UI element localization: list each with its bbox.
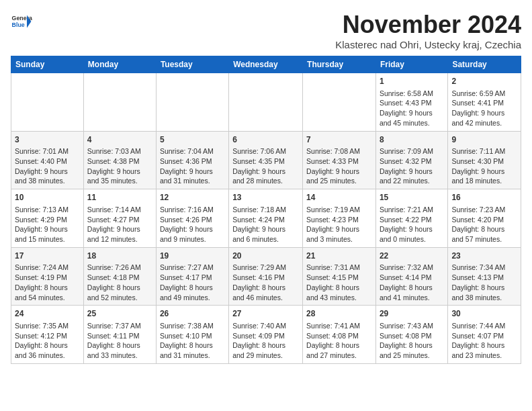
day-info: Sunrise: 7:26 AM Sunset: 4:18 PM Dayligh… xyxy=(87,263,152,302)
day-cell xyxy=(303,73,376,132)
day-number: 10 xyxy=(15,192,80,203)
day-cell: 28Sunrise: 7:41 AM Sunset: 4:08 PM Dayli… xyxy=(303,306,376,364)
day-cell: 19Sunrise: 7:27 AM Sunset: 4:17 PM Dayli… xyxy=(156,247,228,306)
day-number: 18 xyxy=(87,250,152,262)
header: General Blue November 2024 Klasterec nad… xyxy=(11,11,521,50)
day-info: Sunrise: 7:35 AM Sunset: 4:12 PM Dayligh… xyxy=(15,321,80,361)
day-number: 27 xyxy=(232,308,299,320)
day-info: Sunrise: 7:44 AM Sunset: 4:07 PM Dayligh… xyxy=(451,321,517,361)
calendar: SundayMondayTuesdayWednesdayThursdayFrid… xyxy=(11,56,521,364)
day-cell: 16Sunrise: 7:23 AM Sunset: 4:20 PM Dayli… xyxy=(448,189,521,248)
week-row-3: 10Sunrise: 7:13 AM Sunset: 4:29 PM Dayli… xyxy=(11,189,521,248)
day-cell xyxy=(156,73,228,132)
weekday-header-friday: Friday xyxy=(375,56,447,73)
weekday-header-monday: Monday xyxy=(83,56,156,73)
day-cell: 13Sunrise: 7:18 AM Sunset: 4:24 PM Dayli… xyxy=(229,189,303,248)
day-cell: 10Sunrise: 7:13 AM Sunset: 4:29 PM Dayli… xyxy=(11,189,84,248)
day-info: Sunrise: 7:06 AM Sunset: 4:35 PM Dayligh… xyxy=(232,146,299,186)
day-cell: 23Sunrise: 7:34 AM Sunset: 4:13 PM Dayli… xyxy=(448,247,521,306)
day-info: Sunrise: 7:11 AM Sunset: 4:30 PM Dayligh… xyxy=(451,146,517,186)
day-cell: 7Sunrise: 7:08 AM Sunset: 4:33 PM Daylig… xyxy=(303,131,376,189)
day-number: 26 xyxy=(160,308,225,320)
day-info: Sunrise: 6:58 AM Sunset: 4:43 PM Dayligh… xyxy=(380,89,444,128)
day-cell: 21Sunrise: 7:31 AM Sunset: 4:15 PM Dayli… xyxy=(303,247,376,306)
day-info: Sunrise: 7:24 AM Sunset: 4:19 PM Dayligh… xyxy=(15,263,80,302)
day-number: 30 xyxy=(451,308,517,320)
week-row-4: 17Sunrise: 7:24 AM Sunset: 4:19 PM Dayli… xyxy=(11,247,521,306)
svg-text:Blue: Blue xyxy=(12,21,25,28)
day-cell: 15Sunrise: 7:21 AM Sunset: 4:22 PM Dayli… xyxy=(375,189,447,248)
day-cell: 25Sunrise: 7:37 AM Sunset: 4:11 PM Dayli… xyxy=(83,306,156,364)
day-number: 20 xyxy=(232,250,299,262)
day-number: 5 xyxy=(160,134,225,146)
day-cell: 8Sunrise: 7:09 AM Sunset: 4:32 PM Daylig… xyxy=(375,131,447,189)
day-info: Sunrise: 7:38 AM Sunset: 4:10 PM Dayligh… xyxy=(160,321,225,361)
day-info: Sunrise: 7:04 AM Sunset: 4:36 PM Dayligh… xyxy=(160,146,225,186)
day-cell: 22Sunrise: 7:32 AM Sunset: 4:14 PM Dayli… xyxy=(375,247,447,306)
day-number: 28 xyxy=(306,308,372,320)
day-cell: 11Sunrise: 7:14 AM Sunset: 4:27 PM Dayli… xyxy=(83,189,156,248)
day-number: 14 xyxy=(306,192,372,203)
title-block: November 2024 Klasterec nad Ohri, Usteck… xyxy=(335,11,521,50)
day-info: Sunrise: 7:19 AM Sunset: 4:23 PM Dayligh… xyxy=(306,205,372,244)
day-info: Sunrise: 7:37 AM Sunset: 4:11 PM Dayligh… xyxy=(87,321,152,361)
weekday-header-row: SundayMondayTuesdayWednesdayThursdayFrid… xyxy=(11,56,521,73)
day-cell: 9Sunrise: 7:11 AM Sunset: 4:30 PM Daylig… xyxy=(448,131,521,189)
day-info: Sunrise: 7:41 AM Sunset: 4:08 PM Dayligh… xyxy=(306,321,372,361)
weekday-header-tuesday: Tuesday xyxy=(156,56,228,73)
day-cell: 14Sunrise: 7:19 AM Sunset: 4:23 PM Dayli… xyxy=(303,189,376,248)
day-number: 12 xyxy=(160,192,225,203)
day-number: 1 xyxy=(380,76,444,87)
day-cell: 30Sunrise: 7:44 AM Sunset: 4:07 PM Dayli… xyxy=(448,306,521,364)
day-info: Sunrise: 7:27 AM Sunset: 4:17 PM Dayligh… xyxy=(160,263,225,302)
week-row-5: 24Sunrise: 7:35 AM Sunset: 4:12 PM Dayli… xyxy=(11,306,521,364)
day-info: Sunrise: 6:59 AM Sunset: 4:41 PM Dayligh… xyxy=(451,89,517,128)
day-info: Sunrise: 7:40 AM Sunset: 4:09 PM Dayligh… xyxy=(232,321,299,361)
day-number: 15 xyxy=(380,192,444,203)
day-info: Sunrise: 7:29 AM Sunset: 4:16 PM Dayligh… xyxy=(232,263,299,302)
logo: General Blue xyxy=(11,11,32,32)
week-row-2: 3Sunrise: 7:01 AM Sunset: 4:40 PM Daylig… xyxy=(11,131,521,189)
day-cell: 18Sunrise: 7:26 AM Sunset: 4:18 PM Dayli… xyxy=(83,247,156,306)
day-number: 19 xyxy=(160,250,225,262)
day-cell: 29Sunrise: 7:43 AM Sunset: 4:08 PM Dayli… xyxy=(375,306,447,364)
day-info: Sunrise: 7:13 AM Sunset: 4:29 PM Dayligh… xyxy=(15,205,80,244)
day-cell xyxy=(83,73,156,132)
day-cell xyxy=(11,73,84,132)
day-info: Sunrise: 7:34 AM Sunset: 4:13 PM Dayligh… xyxy=(451,263,517,302)
day-number: 9 xyxy=(451,134,517,146)
day-cell: 2Sunrise: 6:59 AM Sunset: 4:41 PM Daylig… xyxy=(448,73,521,132)
day-number: 17 xyxy=(15,250,80,262)
day-cell: 26Sunrise: 7:38 AM Sunset: 4:10 PM Dayli… xyxy=(156,306,228,364)
week-row-1: 1Sunrise: 6:58 AM Sunset: 4:43 PM Daylig… xyxy=(11,73,521,132)
weekday-header-sunday: Sunday xyxy=(11,56,84,73)
day-info: Sunrise: 7:21 AM Sunset: 4:22 PM Dayligh… xyxy=(380,205,444,244)
day-number: 7 xyxy=(306,134,372,146)
day-cell xyxy=(229,73,303,132)
weekday-header-thursday: Thursday xyxy=(303,56,376,73)
day-number: 4 xyxy=(87,134,152,146)
day-info: Sunrise: 7:09 AM Sunset: 4:32 PM Dayligh… xyxy=(380,146,444,186)
day-cell: 6Sunrise: 7:06 AM Sunset: 4:35 PM Daylig… xyxy=(229,131,303,189)
day-number: 2 xyxy=(451,76,517,87)
day-info: Sunrise: 7:32 AM Sunset: 4:14 PM Dayligh… xyxy=(380,263,444,302)
day-cell: 1Sunrise: 6:58 AM Sunset: 4:43 PM Daylig… xyxy=(375,73,447,132)
day-number: 6 xyxy=(232,134,299,146)
day-number: 13 xyxy=(232,192,299,203)
day-cell: 3Sunrise: 7:01 AM Sunset: 4:40 PM Daylig… xyxy=(11,131,84,189)
day-number: 29 xyxy=(380,308,444,320)
day-info: Sunrise: 7:16 AM Sunset: 4:26 PM Dayligh… xyxy=(160,205,225,244)
day-info: Sunrise: 7:03 AM Sunset: 4:38 PM Dayligh… xyxy=(87,146,152,186)
day-number: 16 xyxy=(451,192,517,203)
day-info: Sunrise: 7:31 AM Sunset: 4:15 PM Dayligh… xyxy=(306,263,372,302)
day-cell: 24Sunrise: 7:35 AM Sunset: 4:12 PM Dayli… xyxy=(11,306,84,364)
day-cell: 20Sunrise: 7:29 AM Sunset: 4:16 PM Dayli… xyxy=(229,247,303,306)
day-number: 22 xyxy=(380,250,444,262)
day-info: Sunrise: 7:23 AM Sunset: 4:20 PM Dayligh… xyxy=(451,205,517,244)
day-info: Sunrise: 7:18 AM Sunset: 4:24 PM Dayligh… xyxy=(232,205,299,244)
location-title: Klasterec nad Ohri, Ustecky kraj, Czechi… xyxy=(335,39,521,50)
day-cell: 4Sunrise: 7:03 AM Sunset: 4:38 PM Daylig… xyxy=(83,131,156,189)
day-number: 21 xyxy=(306,250,372,262)
day-number: 24 xyxy=(15,308,80,320)
day-number: 23 xyxy=(451,250,517,262)
